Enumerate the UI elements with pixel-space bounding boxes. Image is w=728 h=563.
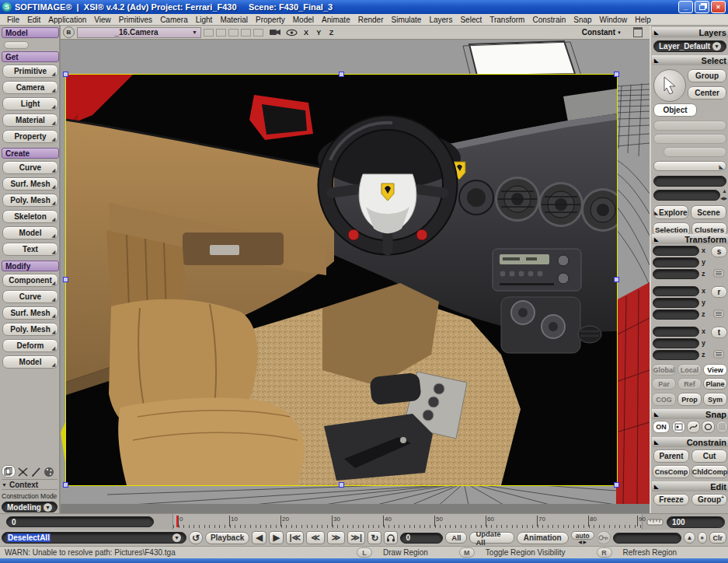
- selection-filter-dropdown[interactable]: ◣: [653, 161, 726, 171]
- viewport-camera-dropdown[interactable]: _16.Camera ▼: [77, 27, 201, 38]
- loop-mode-button[interactable]: ↻: [367, 531, 381, 544]
- transform-panel-header[interactable]: ◣ Transform: [652, 234, 728, 244]
- construction-mode-dropdown[interactable]: Modeling ▼: [2, 502, 57, 512]
- modify-deform-button[interactable]: Deform◢: [2, 339, 58, 352]
- select-filter-slot[interactable]: [653, 134, 726, 144]
- play-backward-button[interactable]: ≪: [306, 531, 324, 544]
- rotate-z-field[interactable]: [653, 309, 699, 320]
- layers-panel-header[interactable]: ◣ Layers: [652, 27, 728, 37]
- translate-options-icon[interactable]: [713, 350, 724, 358]
- display-mode-dropdown[interactable]: Constant ▼: [582, 28, 622, 37]
- region-handle[interactable]: [63, 277, 68, 282]
- go-to-start-button[interactable]: |≪: [286, 531, 304, 544]
- axis-toggles[interactable]: X Y Z: [304, 29, 336, 37]
- select-center-button[interactable]: Center: [688, 86, 726, 100]
- snap-panel-header[interactable]: ◣ Snap: [652, 409, 728, 419]
- scale-tool-button[interactable]: s: [711, 246, 727, 257]
- scene-button[interactable]: Scene: [691, 205, 726, 219]
- playback-frame-field[interactable]: 0: [400, 533, 443, 544]
- camera-icon[interactable]: [269, 28, 281, 37]
- clear-button[interactable]: Clr: [709, 532, 727, 544]
- playback-menu-button[interactable]: Playback: [205, 532, 249, 544]
- menu-property[interactable]: Property: [252, 16, 289, 24]
- menu-animate[interactable]: Animate: [318, 16, 354, 24]
- edit-freeze-button[interactable]: Freeze: [653, 494, 689, 505]
- frame-range-field[interactable]: 100: [667, 516, 725, 528]
- menu-render[interactable]: Render: [354, 16, 388, 24]
- select-filter-slot[interactable]: [664, 147, 726, 157]
- region-handle[interactable]: [63, 72, 68, 77]
- close-button[interactable]: ×: [711, 1, 726, 13]
- scrub-up-button[interactable]: ▲: [684, 532, 695, 544]
- play-forward-button[interactable]: ≫: [327, 531, 345, 544]
- translate-y-field[interactable]: [653, 338, 699, 348]
- cog-button[interactable]: COG: [652, 393, 676, 406]
- mode-view-button[interactable]: View: [703, 364, 727, 376]
- constrain-chldcomp-button[interactable]: ChldComp: [691, 465, 728, 478]
- all-button[interactable]: All: [445, 532, 467, 544]
- render-region[interactable]: [65, 74, 618, 486]
- rotate-tool-button[interactable]: r: [711, 286, 727, 298]
- timeline-ruler[interactable]: 0 10 20 30 40 50 60 70 80 90: [172, 514, 643, 530]
- selection-cursor-button[interactable]: [653, 69, 686, 102]
- view-mode-slot[interactable]: [241, 29, 251, 37]
- snap-grid-button[interactable]: [716, 421, 728, 433]
- modify-curve-button[interactable]: Curve◢: [2, 290, 58, 303]
- select-filter-slot[interactable]: [653, 121, 726, 131]
- get-camera-button[interactable]: Camera◢: [2, 81, 58, 94]
- menu-primitives[interactable]: Primitives: [115, 16, 156, 24]
- modify-poly-mesh-button[interactable]: Poly. Mesh◢: [2, 323, 58, 336]
- frame-forward-button[interactable]: ▶: [269, 531, 284, 544]
- view-mode-slot[interactable]: [253, 29, 263, 37]
- menu-edit[interactable]: Edit: [23, 16, 44, 24]
- get-light-button[interactable]: Light◢: [2, 97, 58, 110]
- create-model-button[interactable]: Model◢: [2, 226, 58, 240]
- snap-on-button[interactable]: ON: [653, 421, 670, 433]
- float-window-icon[interactable]: [633, 27, 643, 37]
- modify-surf-mesh-button[interactable]: Surf. Mesh◢: [2, 306, 58, 320]
- multi-object-icon[interactable]: [2, 465, 16, 477]
- ruler-icon[interactable]: [646, 518, 664, 526]
- region-handle[interactable]: [614, 72, 619, 77]
- tool-pen-icon[interactable]: [31, 467, 42, 477]
- menu-simulate[interactable]: Simulate: [388, 16, 426, 24]
- view-mode-slot[interactable]: [228, 29, 239, 37]
- edit-panel-header[interactable]: ◣ Edit: [652, 481, 728, 491]
- menu-select[interactable]: Select: [456, 16, 486, 24]
- mode-local-button[interactable]: Local: [677, 364, 702, 376]
- command-dropdown[interactable]: DeselectAll ▼: [2, 532, 186, 544]
- spin-leftright-icon[interactable]: ◀▶: [720, 195, 727, 201]
- scale-y-field[interactable]: [653, 257, 699, 268]
- menu-help[interactable]: Help: [631, 16, 655, 24]
- view-mode-slot[interactable]: [216, 29, 226, 37]
- snap-object-button[interactable]: [702, 421, 715, 433]
- constrain-parent-button[interactable]: Parent: [653, 449, 689, 463]
- translate-tool-button[interactable]: t: [711, 327, 727, 338]
- mode-par-button[interactable]: Par: [652, 378, 676, 390]
- selection-text-field[interactable]: [653, 190, 720, 201]
- menu-material[interactable]: Material: [216, 16, 252, 24]
- mode-plane-button[interactable]: Plane: [703, 378, 727, 390]
- rotate-y-field[interactable]: [653, 298, 699, 308]
- constrain-panel-header[interactable]: ◣ Constrain: [652, 437, 728, 447]
- update-all-button[interactable]: Update All: [469, 532, 514, 544]
- create-surf-mesh-button[interactable]: Surf. Mesh◢: [2, 177, 58, 191]
- menu-model[interactable]: Model: [289, 16, 318, 24]
- menu-file[interactable]: File: [3, 16, 23, 24]
- autokey-button[interactable]: auto: [571, 531, 594, 540]
- script-edit-field[interactable]: [613, 533, 682, 544]
- menu-view[interactable]: View: [90, 16, 115, 24]
- modify-model-button[interactable]: Model◢: [2, 355, 58, 369]
- region-handle[interactable]: [339, 72, 344, 77]
- go-to-end-button[interactable]: ≫|: [347, 531, 365, 544]
- viewport-canvas[interactable]: [61, 40, 650, 513]
- translate-x-field[interactable]: [653, 327, 699, 337]
- rotate-x-field[interactable]: [653, 286, 699, 296]
- rotate-options-icon[interactable]: [713, 309, 724, 318]
- menu-transform[interactable]: Transform: [486, 16, 528, 24]
- context-header[interactable]: ▼ Context: [2, 479, 57, 490]
- keyframe-button[interactable]: [597, 531, 611, 544]
- translate-z-field[interactable]: [653, 350, 699, 360]
- region-handle[interactable]: [614, 482, 619, 488]
- menu-constrain[interactable]: Constrain: [528, 16, 570, 24]
